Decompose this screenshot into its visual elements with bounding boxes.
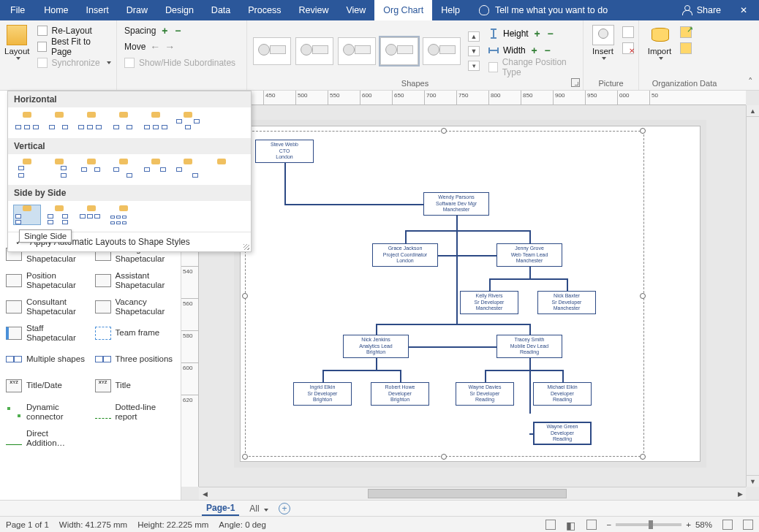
layout-button[interactable]: Layout: [4, 23, 30, 60]
stencil-dotted[interactable]: Dotted-line report: [95, 400, 178, 424]
shape-style-2[interactable]: [295, 37, 333, 65]
gallery-down[interactable]: ▼: [468, 46, 480, 56]
share-button[interactable]: Share: [672, 0, 731, 20]
layout-h-2[interactable]: [46, 112, 72, 131]
layout-h-4[interactable]: [110, 112, 137, 131]
layout-v-2[interactable]: [46, 159, 72, 178]
tell-me[interactable]: Tell me what you want to do: [469, 0, 618, 20]
stencil-dynconn[interactable]: Dynamic connector: [6, 400, 89, 424]
layout-dropdown[interactable]: Horizontal Vertical Side by Side: [7, 91, 252, 252]
plus-icon[interactable]: +: [533, 28, 542, 39]
layout-h-6[interactable]: [175, 112, 201, 131]
org-node-n6[interactable]: Nick BaxterSr DeveloperManchester: [537, 291, 596, 314]
stencil-multiple[interactable]: Multiple shapes: [6, 348, 89, 371]
org-node-n12[interactable]: Michael ElkinDeveloperReading: [533, 382, 592, 406]
all-pages-dropdown[interactable]: All: [246, 502, 271, 515]
tab-process[interactable]: Process: [239, 0, 290, 20]
zoom-in[interactable]: +: [686, 520, 691, 529]
height-control[interactable]: Height+−: [488, 26, 578, 41]
scroll-down[interactable]: ▼: [747, 475, 759, 487]
org-node-n11[interactable]: Wayne DaviesSr DeveloperReading: [456, 382, 514, 406]
org-node-n10[interactable]: Robert HoweDeveloperBrighton: [371, 382, 429, 406]
plus-icon[interactable]: +: [160, 25, 169, 37]
spacing-control[interactable]: Spacing + −: [121, 23, 242, 38]
layout-v-4[interactable]: [110, 159, 137, 178]
org-node-n4[interactable]: Jenny GroveWeb Team LeadManchester: [496, 243, 562, 267]
layout-s-3[interactable]: [78, 205, 105, 224]
collapse-ribbon[interactable]: ˄: [748, 76, 753, 87]
picture-show-hide[interactable]: [622, 26, 634, 38]
org-node-n7[interactable]: Nick JenkinsAnalytics LeadBrighton: [343, 335, 409, 358]
bestfit-button[interactable]: Best Fit to Page: [34, 39, 114, 54]
zoom-value[interactable]: 58%: [695, 520, 712, 529]
layout-v-5[interactable]: [143, 159, 169, 178]
showhide-subs-button[interactable]: Show/Hide Subordinates: [121, 56, 242, 70]
tab-draw[interactable]: Draw: [118, 0, 156, 20]
shape-style-1[interactable]: [253, 37, 291, 65]
record-macro-icon[interactable]: [545, 520, 556, 530]
layout-v-3[interactable]: [78, 159, 105, 178]
tab-insert[interactable]: Insert: [78, 0, 118, 20]
tab-view[interactable]: View: [337, 0, 374, 20]
layout-v-1[interactable]: [14, 159, 40, 178]
org-node-n9[interactable]: Ingrid ElkinSr DeveloperBrighton: [293, 382, 352, 406]
org-node-n1[interactable]: Steve WebbCTOLondon: [255, 140, 314, 163]
move-control[interactable]: Move ← →: [121, 39, 242, 54]
minus-icon[interactable]: −: [173, 25, 182, 37]
sel-handle-s[interactable]: [441, 454, 447, 460]
stencil-titledate[interactable]: Title/Date: [6, 374, 89, 398]
tab-design[interactable]: Design: [156, 0, 203, 20]
stencil-three[interactable]: Three positions: [95, 348, 178, 371]
stencil-title[interactable]: Title: [95, 374, 178, 398]
layout-h-5[interactable]: [143, 112, 169, 131]
stencil-direct[interactable]: Direct Addition…: [6, 427, 89, 450]
minus-icon[interactable]: −: [543, 45, 552, 56]
relayout-button[interactable]: Re-Layout: [34, 23, 114, 38]
gallery-more[interactable]: ▾: [468, 61, 480, 71]
arrow-right-icon[interactable]: →: [165, 41, 175, 53]
zoom-control[interactable]: − + 58%: [607, 520, 712, 529]
fit-page-icon[interactable]: [722, 520, 733, 530]
page-width-icon[interactable]: [586, 520, 597, 530]
org-node-n13[interactable]: Wayne GreenDeveloperReading: [533, 422, 592, 445]
layout-v-7[interactable]: [207, 159, 233, 178]
horizontal-scrollbar[interactable]: ◀ ▶: [199, 487, 746, 500]
minus-icon[interactable]: −: [546, 28, 555, 39]
hscroll-thumb[interactable]: [368, 489, 567, 498]
change-position-type[interactable]: Change Position Type: [488, 60, 578, 75]
tab-review[interactable]: Review: [290, 0, 337, 20]
drawing-page[interactable]: Steve WebbCTOLondonWendy ParsonsSoftware…: [240, 126, 701, 462]
scroll-left[interactable]: ◀: [199, 487, 211, 500]
export-button[interactable]: ↗: [680, 26, 692, 38]
window-close[interactable]: [731, 0, 759, 20]
switch-windows-icon[interactable]: [743, 520, 753, 530]
stencil-teamframe[interactable]: Team frame: [95, 322, 178, 345]
tab-orgchart[interactable]: Org Chart: [374, 0, 432, 20]
presentation-mode-icon[interactable]: [566, 520, 576, 530]
layout-s-4[interactable]: [110, 205, 137, 224]
zoom-slider[interactable]: [616, 523, 681, 526]
arrow-left-icon[interactable]: ←: [150, 41, 160, 53]
plus-icon[interactable]: +: [530, 45, 539, 56]
resize-grip[interactable]: [243, 244, 249, 250]
layout-h-3[interactable]: [78, 112, 105, 131]
width-control[interactable]: Width+−: [488, 43, 578, 58]
sel-handle-sw[interactable]: [242, 454, 248, 460]
stencil-consultant[interactable]: Consultant Shapetacular: [6, 295, 89, 319]
layout-s-1[interactable]: [14, 205, 40, 224]
sel-handle-e[interactable]: [640, 293, 646, 299]
canvas-area[interactable]: 3504004505005506006507007508008509009500…: [181, 91, 759, 500]
shape-style-4[interactable]: [380, 37, 418, 65]
synchronize-button[interactable]: Synchronize: [34, 56, 114, 70]
scroll-up[interactable]: ▲: [747, 105, 759, 117]
layout-s-2[interactable]: [46, 205, 72, 224]
scroll-right[interactable]: ▶: [734, 487, 746, 500]
tab-file[interactable]: File: [0, 0, 35, 20]
compare-button[interactable]: [680, 42, 692, 54]
shape-style-3[interactable]: [338, 37, 376, 65]
tab-data[interactable]: Data: [203, 0, 239, 20]
org-node-n8[interactable]: Tracey SmithMobile Dev LeadReading: [496, 335, 562, 358]
tab-home[interactable]: Home: [35, 0, 77, 20]
sel-handle-se[interactable]: [640, 454, 646, 460]
org-node-n5[interactable]: Kelly RiversSr DeveloperManchester: [460, 291, 518, 314]
